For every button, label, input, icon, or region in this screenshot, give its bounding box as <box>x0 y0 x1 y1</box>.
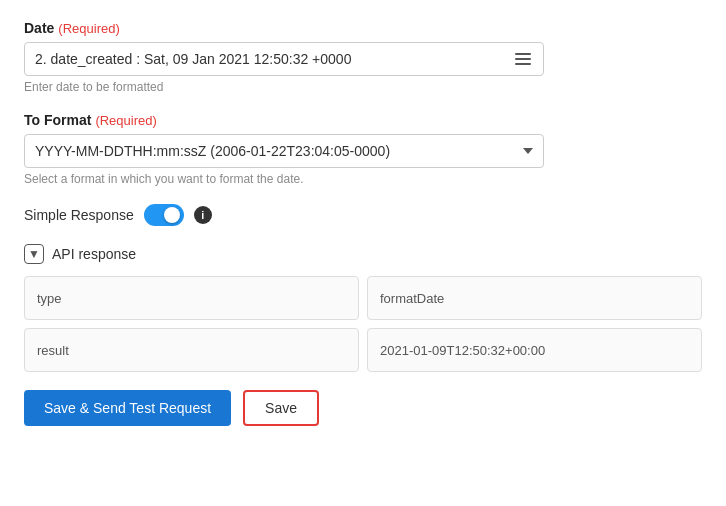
format-select[interactable]: YYYY-MM-DDTHH:mm:ssZ (2006-01-22T23:04:0… <box>24 134 544 168</box>
format-select-value: YYYY-MM-DDTHH:mm:ssZ (2006-01-22T23:04:0… <box>35 143 517 159</box>
to-format-label: To Format(Required) <box>24 112 702 128</box>
date-input-row[interactable]: 2. date_created : Sat, 09 Jan 2021 12:50… <box>24 42 544 76</box>
api-response-grid: type formatDate result 2021-01-09T12:50:… <box>24 276 702 372</box>
api-response-title: API response <box>52 246 136 262</box>
save-button[interactable]: Save <box>243 390 319 426</box>
to-format-section: To Format(Required) YYYY-MM-DDTHH:mm:ssZ… <box>24 112 702 186</box>
info-icon[interactable]: i <box>194 206 212 224</box>
api-cell-type-key: type <box>24 276 359 320</box>
toggle-thumb <box>164 207 180 223</box>
date-input-value: 2. date_created : Sat, 09 Jan 2021 12:50… <box>35 51 513 67</box>
date-section: Date(Required) 2. date_created : Sat, 09… <box>24 20 702 94</box>
api-response-toggle-icon[interactable]: ▼ <box>24 244 44 264</box>
api-cell-type-value: formatDate <box>367 276 702 320</box>
simple-response-label: Simple Response <box>24 207 134 223</box>
chevron-down-icon <box>523 148 533 154</box>
api-response-section: ▼ API response type formatDate result 20… <box>24 244 702 372</box>
api-cell-result-key: result <box>24 328 359 372</box>
hamburger-icon[interactable] <box>513 51 533 67</box>
simple-response-toggle[interactable] <box>144 204 184 226</box>
api-response-header[interactable]: ▼ API response <box>24 244 702 264</box>
date-helper-text: Enter date to be formatted <box>24 80 702 94</box>
to-format-helper-text: Select a format in which you want to for… <box>24 172 702 186</box>
save-send-button[interactable]: Save & Send Test Request <box>24 390 231 426</box>
simple-response-row: Simple Response i <box>24 204 702 226</box>
actions-row: Save & Send Test Request Save <box>24 390 702 426</box>
api-cell-result-value: 2021-01-09T12:50:32+00:00 <box>367 328 702 372</box>
date-label: Date(Required) <box>24 20 702 36</box>
